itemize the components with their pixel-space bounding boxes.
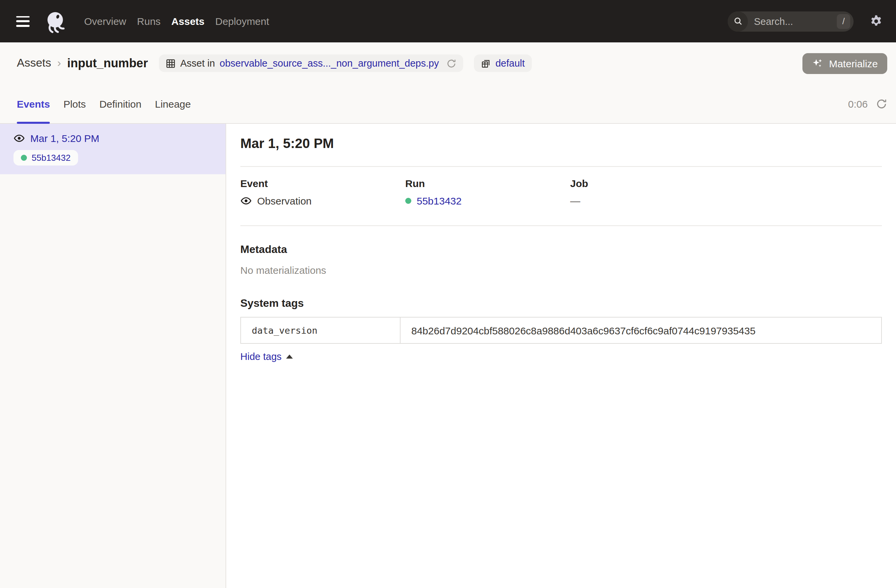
tab-plots[interactable]: Plots [63,84,86,123]
job-column-label: Job [570,178,735,189]
run-status-dot [21,155,27,161]
page-header: Assets › input_number Asset in observabl… [0,43,896,124]
tab-events[interactable]: Events [17,84,50,123]
event-list-sidebar: Mar 1, 5:20 PM 55b13432 [0,124,226,588]
tag-value-cell: 84b26d7d9204cbf588026c8a9886d403a6c9637c… [401,318,881,343]
run-column-label: Run [405,178,570,189]
run-id-tag[interactable]: 55b13432 [14,150,78,166]
event-list-item[interactable]: Mar 1, 5:20 PM 55b13432 [0,124,226,174]
metadata-empty-text: No materializations [240,264,882,276]
tab-lineage[interactable]: Lineage [155,84,191,123]
system-tags-table: data_version 84b26d7d9204cbf588026c8a988… [240,317,882,344]
asset-grid-icon [165,58,175,68]
materialize-label: Materialize [829,58,878,69]
app-window: Overview Runs Assets Deployment Search..… [0,0,896,588]
divider [240,166,882,167]
nav-runs[interactable]: Runs [137,15,160,27]
nav-overview[interactable]: Overview [84,15,126,27]
search-placeholder: Search... [754,16,837,27]
event-date-link[interactable]: Mar 1, 5:20 PM [30,132,99,144]
event-detail-panel: Mar 1, 5:20 PM Event Observation [226,124,896,588]
code-location-icon [481,58,491,68]
observation-eye-icon [240,195,252,207]
tab-definition[interactable]: Definition [99,84,142,123]
breadcrumb: Assets › input_number Asset in observabl… [0,43,896,84]
menu-button[interactable] [16,16,30,27]
code-location-link[interactable]: default [495,58,525,68]
observation-eye-icon [14,132,25,144]
code-location-badge[interactable]: default [474,55,532,72]
run-id-label: 55b13432 [32,153,71,163]
caret-up-icon [286,354,293,359]
event-summary-row: Event Observation Run [240,178,882,207]
sparkles-icon [812,58,824,69]
hide-tags-label: Hide tags [240,351,282,362]
nav-links: Overview Runs Assets Deployment [84,15,269,27]
dagster-logo-icon[interactable] [44,8,67,34]
search-input[interactable]: Search... / [728,11,853,31]
breadcrumb-assets-link[interactable]: Assets [17,56,51,70]
event-column: Event Observation [240,178,405,207]
refresh-timer: 0:06 [848,98,868,109]
divider [240,225,882,226]
search-icon [728,11,748,31]
event-type-value: Observation [257,195,312,207]
event-column-label: Event [240,178,405,189]
page-title: input_number [67,56,148,70]
reload-definition-icon[interactable] [446,58,456,68]
job-empty-value: — [570,195,580,207]
system-tags-heading: System tags [240,297,882,310]
settings-gear-icon[interactable] [869,14,883,28]
metadata-heading: Metadata [240,243,882,256]
top-nav: Overview Runs Assets Deployment Search..… [0,0,896,43]
run-id-link[interactable]: 55b13432 [417,195,462,207]
chevron-right-icon: › [57,56,61,70]
asset-file-link[interactable]: observable_source_ass..._non_argument_de… [220,58,439,68]
tab-bar: Events Plots Definition Lineage 0:06 [0,84,896,124]
event-detail-title: Mar 1, 5:20 PM [240,136,882,151]
slash-shortcut-badge: / [837,14,850,29]
asset-definition-badge: Asset in observable_source_ass..._non_ar… [158,55,463,72]
nav-deployment[interactable]: Deployment [215,15,269,27]
job-column: Job — [570,178,735,207]
hide-tags-link[interactable]: Hide tags [240,351,293,362]
materialize-button[interactable]: Materialize [803,53,887,74]
nav-assets[interactable]: Assets [171,15,204,27]
run-column: Run 55b13432 [405,178,570,207]
content-area: Mar 1, 5:20 PM 55b13432 Mar 1, 5:20 PM E… [0,124,896,588]
run-status-dot [405,198,411,204]
asset-badge-prefix: Asset in [180,58,215,68]
tag-key-cell: data_version [241,318,401,343]
refresh-icon[interactable] [876,98,887,109]
